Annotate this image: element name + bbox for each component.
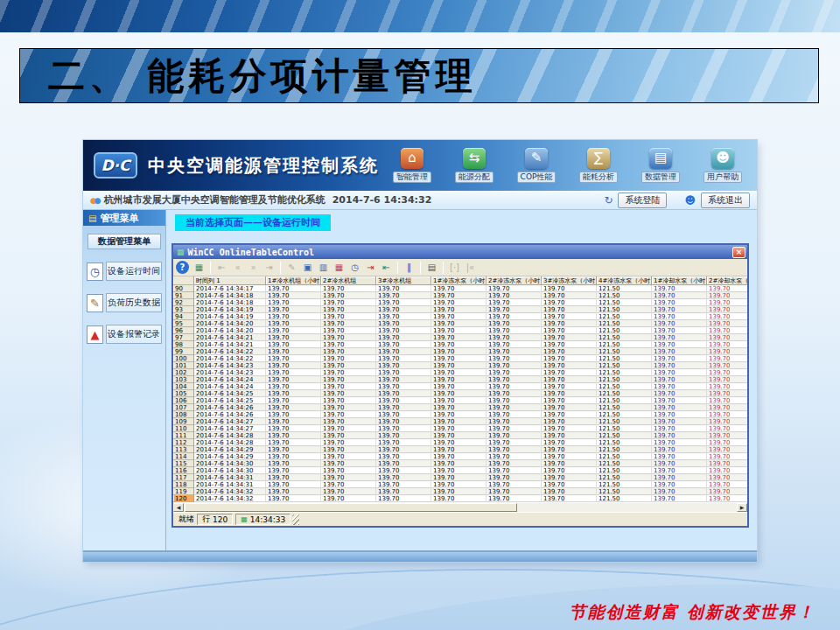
column-header[interactable]: 4#冷冻水泵（小时） [597, 276, 652, 285]
pause-icon[interactable]: ‖ [402, 260, 416, 275]
table-row[interactable]: 922014-7-6 14:34:18139.70139.70139.70139… [173, 299, 747, 306]
value-cell: 139.70 [431, 446, 486, 453]
table-row[interactable]: 932014-7-6 14:34:19139.70139.70139.70139… [173, 306, 747, 313]
table-row[interactable]: 942014-7-6 14:34:19139.70139.70139.70139… [173, 313, 747, 320]
value-cell: 121.50 [597, 474, 652, 481]
sidebar-section-button[interactable]: 数据管理菜单 [88, 234, 161, 249]
nav-item-5[interactable]: ▤数据管理 [635, 148, 686, 183]
column-header[interactable]: 3#冷冻水泵（小时） [542, 276, 597, 285]
table-row[interactable]: 982014-7-6 14:34:21139.70139.70139.70139… [173, 341, 747, 348]
nav-item-label: 能源分配 [455, 172, 494, 183]
value-cell: 139.70 [542, 348, 597, 355]
nav-item-2[interactable]: ⇆能源分配 [449, 148, 500, 183]
value-cell: 139.70 [486, 418, 542, 425]
table-row[interactable]: 912014-7-6 14:34:18139.70139.70139.70139… [173, 292, 747, 299]
table-row[interactable]: 1052014-7-6 14:34:25139.70139.70139.7013… [173, 390, 747, 397]
table-row[interactable]: 1122014-7-6 14:34:28139.70139.70139.7013… [173, 439, 747, 446]
row-number-cell: 91 [173, 292, 194, 299]
value-cell: 121.50 [597, 341, 652, 348]
copy-icon[interactable]: ▣ [300, 260, 315, 275]
system-login-button[interactable]: 系统登陆 [618, 192, 667, 208]
table-row[interactable]: 1142014-7-6 14:34:29139.70139.70139.7013… [173, 453, 747, 460]
range-end-icon[interactable]: ⇤ [379, 260, 394, 275]
value-cell: 139.70 [652, 488, 707, 495]
timestamp-cell: 2014-7-6 14:34:27 [194, 425, 266, 432]
table-row[interactable]: 1132014-7-6 14:34:29139.70139.70139.7013… [173, 446, 747, 453]
range-start-icon[interactable]: ⇥ [363, 260, 378, 275]
value-cell: 139.70 [542, 292, 597, 299]
scroll-left-icon[interactable]: ◀ [173, 503, 184, 512]
row-number-cell: 119 [173, 488, 194, 495]
timestamp-cell: 2014-7-6 14:34:24 [194, 383, 266, 390]
export-icon[interactable]: ▦ [192, 260, 206, 275]
table-row[interactable]: 1112014-7-6 14:34:28139.70139.70139.7013… [173, 432, 747, 439]
timebase-icon[interactable]: ▦ [332, 260, 346, 275]
prev-record-icon: « [230, 260, 245, 275]
table-row[interactable]: 1032014-7-6 14:34:24139.70139.70139.7013… [173, 376, 747, 383]
table-row[interactable]: 1202014-7-6 14:34:32139.70139.70139.7013… [173, 495, 747, 502]
column-header[interactable]: 时间列 1 [194, 276, 266, 285]
value-cell: 139.70 [652, 418, 707, 425]
table-row[interactable]: 1102014-7-6 14:34:27139.70139.70139.7013… [173, 425, 747, 432]
print-icon[interactable]: ▤ [424, 260, 439, 275]
sidebar-item-3[interactable]: ▲设备报警记录 [87, 325, 162, 344]
timestamp-cell: 2014-7-6 14:34:18 [194, 292, 266, 299]
row-number-cell: 115 [173, 460, 194, 467]
help-icon[interactable]: ? [176, 261, 189, 274]
table-row[interactable]: 1152014-7-6 14:34:30139.70139.70139.7013… [173, 460, 747, 467]
scrollbar-thumb[interactable] [185, 503, 517, 512]
table-row[interactable]: 1092014-7-6 14:34:27139.70139.70139.7013… [173, 418, 747, 425]
clock-icon[interactable]: ◷ [347, 260, 362, 275]
table-row[interactable]: 1042014-7-6 14:34:24139.70139.70139.7013… [173, 383, 747, 390]
app-window: D·C 中央空调能源管理控制系统 ⌂智能管理⇆能源分配✎COP性能∑能耗分析▤数… [83, 140, 757, 562]
value-cell: 139.70 [542, 390, 597, 397]
row-number-cell: 110 [173, 425, 194, 432]
horizontal-scrollbar[interactable]: ◀ ▶ [173, 502, 747, 512]
column-header[interactable]: 3#冷水机组 [376, 276, 431, 285]
app-nav: ⌂智能管理⇆能源分配✎COP性能∑能耗分析▤数据管理☻用户帮助 [387, 148, 748, 183]
table-row[interactable]: 902014-7-6 14:34:17139.70139.70139.70139… [173, 285, 747, 292]
table-row[interactable]: 972014-7-6 14:34:21139.70139.70139.70139… [173, 334, 747, 341]
scroll-right-icon[interactable]: ▶ [737, 503, 747, 512]
value-cell: 139.70 [486, 383, 542, 390]
table-row[interactable]: 1012014-7-6 14:34:23139.70139.70139.7013… [173, 362, 747, 369]
column-header[interactable]: 2#冷冻水泵（小时） [486, 276, 542, 285]
value-cell: 139.70 [321, 404, 376, 411]
select-columns-icon[interactable]: ▥ [316, 260, 331, 275]
value-cell: 121.50 [597, 488, 652, 495]
table-row[interactable]: 1072014-7-6 14:34:26139.70139.70139.7013… [173, 404, 747, 411]
nav-item-1[interactable]: ⌂智能管理 [387, 148, 438, 183]
value-cell: 121.50 [597, 432, 652, 439]
resize-gripper[interactable] [292, 514, 299, 525]
table-row[interactable]: 1192014-7-6 14:34:32139.70139.70139.7013… [173, 488, 747, 495]
column-header[interactable]: 1#冷水机组（小时） [266, 276, 321, 285]
column-header[interactable]: 2#冷却水泵（小时） [707, 276, 747, 285]
timestamp-cell: 2014-7-6 14:34:29 [194, 453, 266, 460]
system-logout-button[interactable]: 系统退出 [701, 192, 750, 208]
column-header[interactable]: 1#冷冻水泵（小时） [431, 276, 486, 285]
table-row[interactable]: 1062014-7-6 14:34:25139.70139.70139.7013… [173, 397, 747, 404]
column-header[interactable]: 1#冷却水泵（小时） [652, 276, 707, 285]
table-row[interactable]: 1002014-7-6 14:34:22139.70139.70139.7013… [173, 355, 747, 362]
table-row[interactable]: 952014-7-6 14:34:20139.70139.70139.70139… [173, 320, 747, 327]
value-cell: 139.70 [431, 299, 486, 306]
table-row[interactable]: 1022014-7-6 14:34:23139.70139.70139.7013… [173, 369, 747, 376]
value-cell: 139.70 [266, 313, 321, 320]
table-row[interactable]: 1162014-7-6 14:34:30139.70139.70139.7013… [173, 467, 747, 474]
value-cell: 139.70 [266, 320, 321, 327]
table-row[interactable]: 1172014-7-6 14:34:31139.70139.70139.7013… [173, 474, 747, 481]
value-cell: 139.70 [376, 285, 431, 292]
table-row[interactable]: 1082014-7-6 14:34:26139.70139.70139.7013… [173, 411, 747, 418]
table-row[interactable]: 1182014-7-6 14:34:31139.70139.70139.7013… [173, 481, 747, 488]
close-icon[interactable]: × [732, 247, 746, 258]
column-header[interactable]: 2#冷水机组 [321, 276, 376, 285]
timestamp-cell: 2014-7-6 14:34:18 [194, 299, 266, 306]
value-cell: 139.70 [376, 390, 431, 397]
nav-item-4[interactable]: ∑能耗分析 [573, 148, 624, 183]
sidebar-item-2[interactable]: ✎负荷历史数据 [87, 293, 162, 312]
sidebar-item-1[interactable]: ◷设备运行时间 [87, 262, 162, 281]
table-row[interactable]: 992014-7-6 14:34:22139.70139.70139.70139… [173, 348, 747, 355]
nav-item-3[interactable]: ✎COP性能 [511, 148, 562, 183]
table-row[interactable]: 962014-7-6 14:34:20139.70139.70139.70139… [173, 327, 747, 334]
nav-item-6[interactable]: ☻用户帮助 [697, 148, 748, 183]
